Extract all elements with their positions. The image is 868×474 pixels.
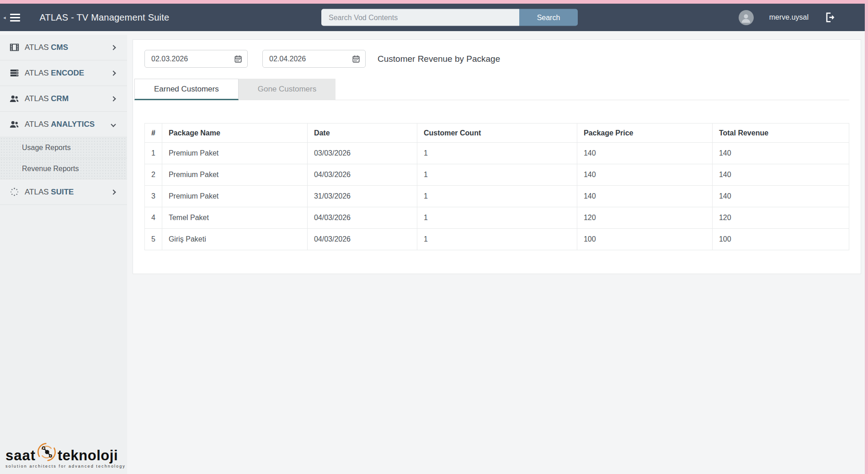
report-panel: Customer Revenue by Package Earned Custo… — [133, 39, 861, 274]
col-header-date: Date — [307, 124, 417, 143]
vendor-logo: saat teknoloji solution architects for a… — [0, 439, 127, 474]
app-title: ATLAS - TV Management Suite — [40, 12, 170, 23]
sidebar-item-atlas-encode[interactable]: ATLAS ENCODE — [0, 60, 127, 86]
chevron-right-icon — [111, 96, 116, 101]
app-window: ◂ ATLAS - TV Management Suite Search mer… — [0, 0, 868, 474]
date-from-input[interactable] — [151, 55, 231, 63]
cell-customer-count: 1 — [417, 143, 577, 164]
cell-package-price: 120 — [577, 207, 712, 229]
col-header-customer-count: Customer Count — [417, 124, 577, 143]
sidebar-item-atlas-suite[interactable]: ATLAS SUITE — [0, 179, 127, 205]
person-icon — [740, 12, 752, 24]
table-header-row: # Package Name Date Customer Count Packa… — [145, 124, 849, 143]
main-content: Customer Revenue by Package Earned Custo… — [127, 35, 865, 474]
cell-total-revenue: 100 — [712, 229, 849, 250]
cell-package-name: Premium Paket — [162, 164, 307, 186]
cell-index: 2 — [145, 164, 162, 186]
logo-text-saat: saat — [5, 449, 36, 462]
cell-date: 04/03/2026 — [307, 207, 417, 229]
server-icon — [8, 68, 20, 78]
logout-icon[interactable] — [824, 11, 836, 23]
cell-total-revenue: 140 — [712, 143, 849, 164]
search-input[interactable] — [321, 9, 519, 26]
chevron-right-icon — [111, 45, 116, 50]
search-button[interactable]: Search — [519, 9, 578, 26]
cell-index: 4 — [145, 207, 162, 229]
report-tabs: Earned Customers Gone Customers — [134, 79, 849, 100]
date-from-field[interactable] — [144, 50, 248, 68]
chevron-right-icon — [111, 189, 116, 194]
page-title: Customer Revenue by Package — [378, 54, 500, 64]
sidebar-subitem-usage-reports[interactable]: Usage Reports — [0, 137, 127, 158]
tab-earned-customers[interactable]: Earned Customers — [134, 79, 239, 100]
cell-total-revenue: 140 — [712, 186, 849, 207]
cell-customer-count: 1 — [417, 229, 577, 250]
logo-text-teknoloji: teknoloji — [58, 449, 118, 462]
menu-toggle-icon[interactable] — [10, 14, 20, 22]
users-icon — [8, 119, 20, 129]
date-to-input[interactable] — [269, 55, 349, 63]
sidebar-item-label: ATLAS CMS — [25, 43, 68, 52]
report-filter-row: Customer Revenue by Package — [144, 50, 849, 68]
cell-package-name: Premium Paket — [162, 143, 307, 164]
vod-search: Search — [321, 9, 578, 26]
sidebar-item-label: ATLAS ENCODE — [25, 69, 84, 78]
sidebar-item-label: ATLAS SUITE — [25, 188, 74, 197]
calendar-icon[interactable] — [351, 54, 361, 64]
cell-total-revenue: 140 — [712, 164, 849, 186]
cell-customer-count: 1 — [417, 164, 577, 186]
cell-index: 1 — [145, 143, 162, 164]
top-navbar: ◂ ATLAS - TV Management Suite Search mer… — [0, 4, 865, 31]
cell-date: 03/03/2026 — [307, 143, 417, 164]
cell-package-name: Premium Paket — [162, 186, 307, 207]
navbar-user-area: merve.uysal — [739, 10, 865, 25]
col-header-index: # — [145, 124, 162, 143]
cell-date: 31/03/2026 — [307, 186, 417, 207]
calendar-icon[interactable] — [234, 54, 243, 64]
sidebar-item-atlas-crm[interactable]: ATLAS CRM — [0, 86, 127, 112]
sidebar-item-label: ATLAS CRM — [25, 94, 69, 103]
username-label[interactable]: merve.uysal — [769, 13, 809, 22]
users-icon — [8, 94, 20, 104]
saat-teknoloji-logo-icon — [37, 442, 57, 464]
sidebar-item-atlas-cms[interactable]: ATLAS CMS — [0, 35, 127, 60]
logo-tagline: solution architects for advanced technol… — [5, 464, 122, 469]
cell-date: 04/03/2026 — [307, 164, 417, 186]
table-row: 3 Premium Paket 31/03/2026 1 140 140 — [145, 186, 849, 207]
col-header-total-revenue: Total Revenue — [712, 124, 849, 143]
cell-index: 5 — [145, 229, 162, 250]
cell-package-price: 140 — [577, 164, 712, 186]
cell-package-price: 140 — [577, 143, 712, 164]
cell-total-revenue: 120 — [712, 207, 849, 229]
cell-customer-count: 1 — [417, 186, 577, 207]
revenue-table: # Package Name Date Customer Count Packa… — [144, 123, 849, 250]
user-avatar[interactable] — [739, 10, 754, 25]
cell-package-name: Giriş Paketi — [162, 229, 307, 250]
table-row: 5 Giriş Paketi 04/03/2026 1 100 100 — [145, 229, 849, 250]
col-header-package-price: Package Price — [577, 124, 712, 143]
table-row: 4 Temel Paket 04/03/2026 1 120 120 — [145, 207, 849, 229]
cell-customer-count: 1 — [417, 207, 577, 229]
sidebar: ATLAS CMS ATLAS ENCODE — [0, 35, 127, 474]
cell-package-price: 140 — [577, 186, 712, 207]
film-icon — [8, 43, 20, 52]
sidebar-collapse-arrow-icon[interactable]: ◂ — [3, 15, 6, 21]
cell-date: 04/03/2026 — [307, 229, 417, 250]
col-header-package-name: Package Name — [162, 124, 307, 143]
sidebar-subitem-revenue-reports[interactable]: Revenue Reports — [0, 158, 127, 179]
table-row: 2 Premium Paket 04/03/2026 1 140 140 — [145, 164, 849, 186]
cell-index: 3 — [145, 186, 162, 207]
spinner-icon — [8, 187, 20, 197]
cell-package-price: 100 — [577, 229, 712, 250]
date-to-field[interactable] — [262, 50, 366, 68]
sidebar-item-label: ATLAS ANALYTICS — [25, 120, 95, 129]
tab-gone-customers[interactable]: Gone Customers — [239, 79, 336, 100]
chevron-right-icon — [111, 70, 116, 75]
table-row: 1 Premium Paket 03/03/2026 1 140 140 — [145, 143, 849, 164]
cell-package-name: Temel Paket — [162, 207, 307, 229]
chevron-down-icon — [111, 122, 116, 127]
sidebar-item-atlas-analytics[interactable]: ATLAS ANALYTICS — [0, 112, 127, 137]
